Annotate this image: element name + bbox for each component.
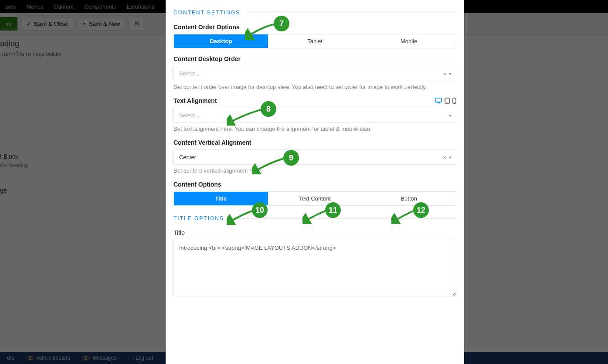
desktop-order-label: Content Desktop Order: [173, 55, 456, 62]
tab-text-content[interactable]: Text Content: [268, 192, 362, 205]
clear-icon[interactable]: ×: [443, 154, 446, 160]
annotation-11: 11: [325, 202, 341, 218]
annotation-arrow: [227, 108, 262, 126]
section-content-settings: CONTENT SETTINGS: [173, 10, 456, 16]
content-options-tabs: Title Text Content Button: [173, 191, 456, 206]
annotation-7: 7: [274, 16, 289, 31]
tab-button[interactable]: Button: [362, 192, 456, 205]
content-order-label: Content Order Options: [173, 24, 456, 31]
tablet-icon[interactable]: [445, 98, 450, 104]
vert-align-help: Set content vertical alignment here.: [173, 167, 456, 174]
text-align-select[interactable]: Select... ▾: [173, 108, 456, 123]
annotation-8: 8: [261, 101, 276, 117]
tab-tablet[interactable]: Tablet: [268, 34, 362, 48]
desktop-order-help: Set content order over image for desktop…: [173, 84, 456, 90]
svg-point-5: [454, 102, 455, 103]
tab-mobile[interactable]: Mobile: [362, 34, 456, 48]
text-align-label: Text Alignment: [173, 97, 217, 104]
desktop-icon[interactable]: [435, 98, 442, 104]
content-options-group: Content Options Title Text Content Butto…: [173, 181, 456, 206]
annotation-arrow: [302, 209, 327, 224]
settings-modal: CONTENT SETTINGS Content Order Options D…: [166, 0, 464, 364]
content-options-label: Content Options: [173, 181, 456, 188]
title-group: Title: [173, 229, 456, 298]
chevron-down-icon: ▾: [449, 71, 452, 76]
text-align-group: Text Alignment Select... ▾ Set text alig…: [173, 97, 456, 132]
content-order-group: Content Order Options Desktop Tablet Mob…: [173, 24, 456, 48]
vert-align-group: Content Vertical Alignment Center ×▾ Set…: [173, 139, 456, 174]
clear-icon[interactable]: ×: [443, 70, 446, 77]
svg-rect-1: [437, 102, 440, 103]
svg-point-3: [447, 102, 447, 103]
annotation-9: 9: [283, 150, 299, 166]
annotation-arrow: [391, 209, 415, 224]
content-order-tabs: Desktop Tablet Mobile: [173, 34, 456, 48]
annotation-10: 10: [252, 202, 268, 218]
device-icons: [435, 98, 456, 104]
annotation-12: 12: [413, 202, 429, 218]
tab-title[interactable]: Title: [174, 192, 268, 205]
svg-rect-0: [435, 98, 442, 102]
desktop-order-select[interactable]: Select... ×▾: [173, 66, 456, 81]
title-label: Title: [173, 229, 456, 236]
vert-align-label: Content Vertical Alignment: [173, 139, 456, 146]
annotation-arrow: [245, 23, 275, 40]
annotation-arrow: [252, 157, 285, 174]
text-align-help: Set text alignment here. You can change …: [173, 126, 456, 132]
chevron-down-icon: ▾: [449, 154, 452, 160]
mobile-icon[interactable]: [452, 98, 456, 104]
title-textarea[interactable]: [173, 240, 456, 296]
vert-align-select[interactable]: Center ×▾: [173, 150, 456, 165]
annotation-arrow: [227, 209, 254, 225]
chevron-down-icon: ▾: [449, 112, 452, 118]
desktop-order-group: Content Desktop Order Select... ×▾ Set c…: [173, 55, 456, 90]
